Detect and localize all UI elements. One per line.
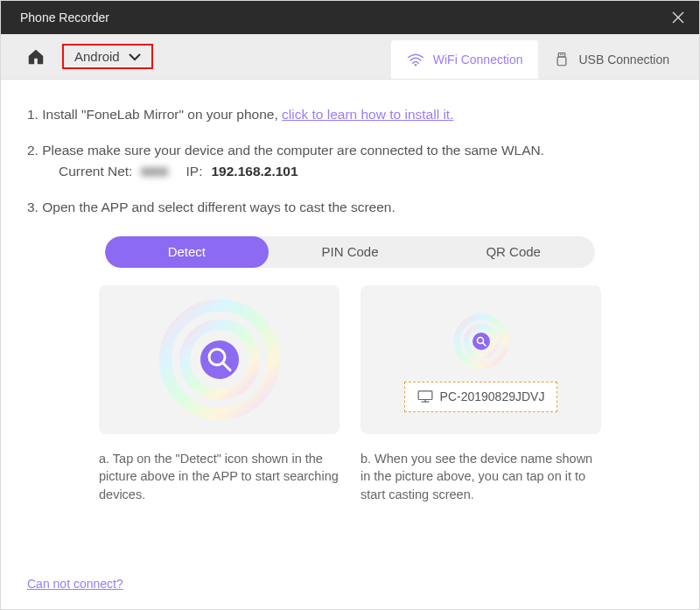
cast-tab-pin-label: PIN Code bbox=[321, 242, 378, 263]
install-help-link[interactable]: click to learn how to install it. bbox=[282, 107, 453, 122]
svg-rect-3 bbox=[563, 54, 564, 56]
close-button[interactable] bbox=[669, 9, 687, 26]
device-name-box[interactable]: PC-20190829JDVJ bbox=[404, 382, 558, 412]
platform-label: Android bbox=[74, 49, 120, 64]
home-button[interactable] bbox=[25, 46, 46, 67]
cast-tab-detect[interactable]: Detect bbox=[105, 236, 269, 268]
app-window: Phone Recorder Android WiFi Connection U… bbox=[0, 0, 700, 610]
step-1-text: 1. Install "FoneLab Mirror" on your phon… bbox=[27, 107, 282, 122]
panel-device: PC-20190829JDVJ bbox=[360, 285, 601, 434]
tab-wifi-label: WiFi Connection bbox=[433, 53, 523, 67]
svg-rect-2 bbox=[561, 54, 562, 56]
cannot-connect-link[interactable]: Can not connect? bbox=[27, 577, 123, 591]
panel-detect bbox=[99, 285, 340, 434]
step-1: 1. Install "FoneLab Mirror" on your phon… bbox=[27, 104, 673, 124]
current-net-label: Current Net: bbox=[59, 161, 132, 181]
toolbar: Android WiFi Connection USB Connection bbox=[1, 34, 699, 80]
platform-dropdown[interactable]: Android bbox=[62, 44, 153, 69]
connection-tabs: WiFi Connection USB Connection bbox=[391, 34, 685, 79]
cast-tab-pin[interactable]: PIN Code bbox=[269, 236, 432, 268]
cast-method-tabs: Detect PIN Code QR Code bbox=[105, 236, 595, 268]
illustration-panels: PC-20190829JDVJ bbox=[27, 285, 673, 434]
svg-rect-15 bbox=[418, 391, 432, 400]
close-icon bbox=[671, 11, 685, 25]
svg-point-12 bbox=[472, 333, 490, 350]
caption-a: a. Tap on the "Detect" icon shown in the… bbox=[99, 450, 340, 503]
step-2-text: 2. Please make sure your device and the … bbox=[27, 140, 673, 160]
detect-small-illustration bbox=[453, 313, 509, 369]
svg-rect-1 bbox=[559, 53, 566, 58]
cast-tab-qr-label: QR Code bbox=[486, 242, 541, 263]
cast-tab-qr[interactable]: QR Code bbox=[431, 236, 595, 268]
svg-point-0 bbox=[415, 64, 417, 67]
usb-icon bbox=[554, 52, 570, 67]
svg-point-7 bbox=[200, 340, 239, 379]
chevron-down-icon bbox=[129, 49, 141, 64]
tab-usb-connection[interactable]: USB Connection bbox=[538, 40, 685, 79]
app-title: Phone Recorder bbox=[20, 11, 109, 25]
step-2: 2. Please make sure your device and the … bbox=[27, 140, 673, 181]
tab-wifi-connection[interactable]: WiFi Connection bbox=[391, 40, 539, 79]
ip-label: IP: bbox=[186, 161, 203, 181]
step-3: 3. Open the APP and select different way… bbox=[27, 197, 673, 217]
content-area: 1. Install "FoneLab Mirror" on your phon… bbox=[1, 80, 699, 609]
home-icon bbox=[26, 47, 46, 67]
titlebar: Phone Recorder bbox=[1, 1, 699, 34]
footer: Can not connect? bbox=[27, 556, 673, 593]
wifi-icon bbox=[407, 53, 424, 67]
svg-rect-4 bbox=[558, 57, 567, 66]
monitor-icon bbox=[417, 390, 433, 403]
caption-b: b. When you see the device name shown in… bbox=[360, 450, 601, 503]
ip-value: 192.168.2.101 bbox=[211, 161, 298, 181]
captions-row: a. Tap on the "Detect" icon shown in the… bbox=[27, 450, 673, 503]
tab-usb-label: USB Connection bbox=[578, 53, 669, 67]
detect-illustration bbox=[158, 298, 281, 421]
network-info-row: Current Net: ■■■ IP: 192.168.2.101 bbox=[59, 161, 673, 181]
device-name-text: PC-20190829JDVJ bbox=[440, 388, 545, 406]
current-net-value: ■■■ bbox=[141, 161, 168, 181]
cast-tab-detect-label: Detect bbox=[168, 242, 206, 263]
step-3-text: 3. Open the APP and select different way… bbox=[27, 197, 673, 217]
